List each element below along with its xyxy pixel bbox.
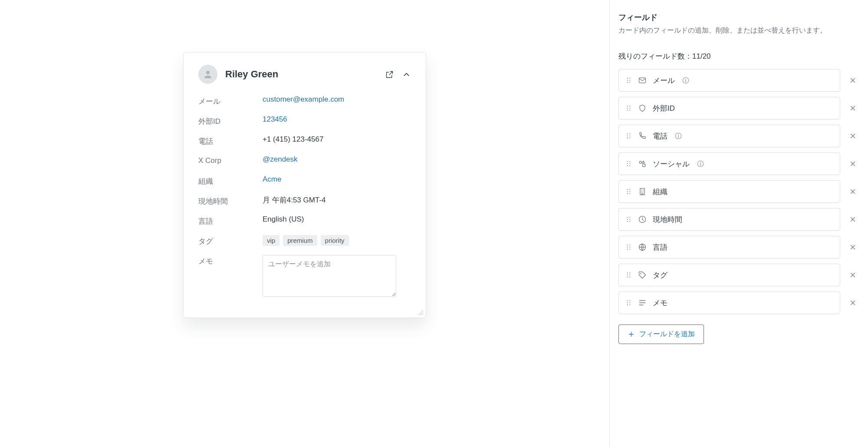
remove-field-button[interactable] [846, 129, 859, 142]
add-field-button[interactable]: フィールドを追加 [618, 324, 704, 344]
remove-field-button[interactable] [846, 296, 859, 309]
remove-field-button[interactable] [846, 74, 859, 87]
remove-field-button[interactable] [846, 185, 859, 198]
field-item[interactable]: タグ [618, 264, 840, 286]
plus-icon [628, 331, 635, 338]
info-button[interactable] [682, 76, 690, 84]
field-item-label: 外部ID [653, 103, 675, 113]
memo-input[interactable] [263, 255, 396, 297]
tag-list: vip premium priority [263, 235, 411, 246]
avatar [198, 65, 217, 84]
field-item-label: 現地時間 [653, 215, 682, 225]
collapse-button[interactable] [402, 70, 411, 79]
drag-handle[interactable] [626, 76, 632, 84]
drag-handle[interactable] [626, 104, 632, 112]
mail-icon [638, 76, 647, 85]
tag[interactable]: priority [321, 235, 349, 246]
drag-handle[interactable] [626, 215, 632, 223]
remove-field-button[interactable] [846, 157, 859, 170]
field-value-language: English (US) [263, 215, 411, 224]
field-item[interactable]: ソーシャル [618, 152, 840, 175]
remove-field-button[interactable] [846, 241, 859, 254]
field-row-memo: メモ [198, 255, 411, 297]
drag-handle[interactable] [626, 271, 632, 279]
field-item[interactable]: 組織 [618, 180, 840, 203]
tag[interactable]: vip [263, 235, 279, 246]
field-item[interactable]: 言語 [618, 236, 840, 258]
field-item-wrap: メール [618, 69, 859, 92]
field-item-wrap: ソーシャル [618, 152, 859, 175]
field-item-label: 言語 [653, 242, 667, 252]
field-item-wrap: 現地時間 [618, 208, 859, 231]
field-item-label: ソーシャル [653, 159, 690, 169]
drag-handle[interactable] [626, 243, 632, 251]
drag-handle[interactable] [626, 132, 632, 140]
field-item[interactable]: 電話 [618, 125, 840, 147]
preview-area: Riley Green メール customer@example.com 外部I… [0, 0, 609, 447]
drag-icon [626, 243, 632, 251]
field-row-external-id: 外部ID 123456 [198, 115, 411, 127]
close-icon [849, 188, 857, 195]
field-value-org[interactable]: Acme [263, 175, 411, 184]
field-row-xcorp: X Corp @zendesk [198, 155, 411, 167]
remove-field-button[interactable] [846, 102, 859, 115]
drag-handle[interactable] [626, 188, 632, 195]
close-icon [849, 104, 857, 112]
field-row-email: メール customer@example.com [198, 95, 411, 107]
resize-handle-icon [418, 310, 424, 316]
chevron-up-icon [402, 70, 411, 79]
field-row-localtime: 現地時間 月 午前4:53 GMT-4 [198, 195, 411, 207]
tag[interactable]: premium [283, 235, 317, 246]
drag-handle[interactable] [626, 160, 632, 168]
drag-icon [626, 132, 632, 140]
remaining-field-count: 残りのフィールド数：11/20 [618, 51, 859, 61]
field-item-wrap: 電話 [618, 125, 859, 147]
remove-field-button[interactable] [846, 268, 859, 281]
close-icon [849, 299, 857, 307]
field-item-wrap: メモ [618, 291, 859, 314]
panel-title: フィールド [618, 12, 859, 23]
field-value-xcorp[interactable]: @zendesk [263, 155, 411, 164]
field-list: メール外部ID電話ソーシャル組織現地時間言語タグメモ [618, 69, 859, 314]
info-icon [674, 132, 682, 140]
notes-icon [638, 298, 647, 307]
close-icon [849, 132, 857, 140]
field-item[interactable]: 現地時間 [618, 208, 840, 231]
clock-icon [638, 215, 647, 224]
phone-icon [638, 132, 647, 140]
field-value-localtime: 月 午前4:53 GMT-4 [263, 195, 411, 205]
add-field-label: フィールドを追加 [639, 330, 695, 339]
field-item[interactable]: メモ [618, 291, 840, 314]
panel-subtitle: カード内のフィールドの追加、削除、または並べ替えを行います。 [618, 25, 859, 36]
field-value-external-id[interactable]: 123456 [263, 115, 411, 124]
remove-field-button[interactable] [846, 213, 859, 226]
drag-handle[interactable] [626, 299, 632, 307]
config-panel: フィールド カード内のフィールドの追加、削除、または並べ替えを行います。 残りの… [609, 0, 868, 447]
globe-icon [638, 243, 647, 252]
info-button[interactable] [697, 160, 704, 168]
user-icon [203, 69, 213, 79]
field-row-phone: 電話 +1 (415) 123-4567 [198, 135, 411, 147]
info-icon [682, 76, 690, 84]
field-label: X Corp [198, 155, 263, 165]
field-item[interactable]: 外部ID [618, 97, 840, 119]
field-row-org: 組織 Acme [198, 175, 411, 187]
field-value-email[interactable]: customer@example.com [263, 95, 411, 104]
field-item-label: メール [653, 76, 675, 86]
popout-button[interactable] [385, 70, 394, 79]
close-icon [849, 271, 857, 279]
field-label: 電話 [198, 135, 263, 146]
field-item-wrap: タグ [618, 264, 859, 286]
field-item-wrap: 言語 [618, 236, 859, 258]
field-value-phone: +1 (415) 123-4567 [263, 135, 411, 144]
field-item[interactable]: メール [618, 69, 840, 92]
popout-icon [385, 70, 394, 79]
field-label: 組織 [198, 175, 263, 186]
field-label: 言語 [198, 215, 263, 226]
field-row-language: 言語 English (US) [198, 215, 411, 227]
drag-icon [626, 215, 632, 223]
close-icon [849, 215, 857, 223]
info-button[interactable] [674, 132, 682, 140]
field-item-wrap: 組織 [618, 180, 859, 203]
user-card: Riley Green メール customer@example.com 外部I… [183, 52, 426, 318]
